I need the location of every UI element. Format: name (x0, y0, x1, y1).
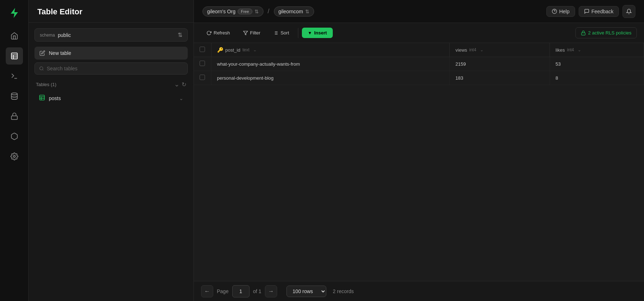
row-checkbox-cell (194, 57, 211, 71)
sort-label: Sort (280, 30, 289, 36)
chevron-up-down-icon: ⇅ (178, 32, 182, 38)
schema-value: public (58, 32, 178, 38)
header-likes[interactable]: likes int4 ⌄ (550, 43, 644, 57)
svg-rect-0 (11, 53, 17, 59)
tables-header-actions: ⌄ ↻ (174, 80, 186, 88)
insert-button[interactable]: ▼ Insert (302, 28, 332, 38)
search-tables-input[interactable] (47, 66, 183, 71)
filter-label: Filter (250, 30, 261, 36)
prev-page-button[interactable]: ← (201, 285, 213, 297)
row-post-id[interactable]: what-your-company-actually-wants-from (211, 57, 449, 71)
col-likes-name: likes (556, 47, 565, 53)
table-name-posts: posts (49, 95, 176, 101)
svg-point-7 (13, 155, 15, 157)
row-checkbox[interactable] (200, 61, 205, 66)
header-views[interactable]: views int4 ⌄ (449, 43, 550, 57)
col-views-chevron: ⌄ (480, 47, 484, 52)
schema-label: schema (40, 33, 55, 38)
sort-icon (273, 30, 278, 36)
feedback-label: Feedback (592, 9, 613, 14)
rls-button[interactable]: 2 active RLS policies (575, 27, 637, 38)
collapse-icon[interactable]: ⌄ (174, 80, 179, 88)
help-button[interactable]: Help (546, 6, 575, 17)
logo (7, 6, 22, 20)
feedback-button[interactable]: Feedback (579, 6, 619, 17)
table-row: what-your-company-actually-wants-from 21… (194, 57, 644, 71)
edit-icon (39, 50, 45, 56)
of-label: of 1 (253, 288, 261, 294)
col-likes-chevron: ⌄ (578, 47, 581, 52)
svg-point-8 (40, 67, 43, 70)
top-bar: gileorn's Org Free ⇅ / gileorncom ⇅ Help (194, 0, 644, 23)
refresh-tables-icon[interactable]: ↻ (182, 81, 186, 88)
filter-button[interactable]: Filter (238, 27, 266, 38)
table-grid-icon (39, 94, 45, 102)
col-post-id-chevron: ⌄ (253, 47, 257, 52)
row-post-id[interactable]: personal-development-blog (211, 71, 449, 85)
nav-sql-editor[interactable] (6, 67, 23, 85)
tables-header: Tables (1) ⌄ ↻ (34, 80, 188, 88)
left-panel-header: Table Editor (29, 0, 193, 23)
nav-storage[interactable] (6, 128, 23, 145)
nav-database[interactable] (6, 88, 23, 105)
insert-chevron-icon: ▼ (308, 30, 312, 36)
help-circle-icon (552, 9, 557, 14)
header-checkbox[interactable] (200, 47, 205, 52)
rls-label: 2 active RLS policies (588, 30, 631, 36)
project-chevron-icon: ⇅ (305, 9, 309, 14)
left-panel-body: schema public ⇅ New table Tables (1) ⌄ ↻ (29, 23, 193, 301)
search-icon (39, 66, 44, 71)
col-views-name: views (456, 47, 467, 53)
header-post-id[interactable]: 🔑 post_id text ⌄ (211, 43, 449, 57)
row-likes[interactable]: 53 (550, 57, 644, 71)
rows-per-page-select[interactable]: 100 rows 500 rows 1000 rows (286, 286, 326, 297)
col-likes-type: int4 (567, 47, 574, 52)
col-post-id-name: post_id (225, 47, 241, 53)
project-selector[interactable]: gileorncom ⇅ (274, 6, 314, 17)
svg-rect-23 (582, 33, 585, 35)
data-table: 🔑 post_id text ⌄ views int4 ⌄ (194, 43, 644, 85)
row-views[interactable]: 2159 (449, 57, 550, 71)
next-page-button[interactable]: → (265, 285, 277, 297)
org-chevron-icon: ⇅ (255, 9, 259, 14)
top-bar-left: gileorn's Org Free ⇅ / gileorncom ⇅ (202, 6, 314, 17)
toolbar-separator (298, 28, 298, 38)
table-header-row: 🔑 post_id text ⌄ views int4 ⌄ (194, 43, 644, 57)
main-content: gileorn's Org Free ⇅ / gileorncom ⇅ Help (194, 0, 644, 301)
search-box[interactable] (34, 62, 188, 75)
project-name: gileorncom (279, 9, 303, 14)
refresh-button[interactable]: Refresh (201, 27, 235, 38)
insert-label: Insert (314, 30, 327, 36)
key-icon: 🔑 (217, 47, 223, 53)
org-selector[interactable]: gileorn's Org Free ⇅ (202, 6, 263, 17)
refresh-icon (206, 30, 211, 36)
nav-settings[interactable] (6, 148, 23, 165)
org-name: gileorn's Org (207, 9, 235, 14)
row-checkbox-cell (194, 71, 211, 85)
col-views-type: int4 (469, 47, 476, 52)
row-likes[interactable]: 8 (550, 71, 644, 85)
row-views[interactable]: 183 (449, 71, 550, 85)
schema-selector[interactable]: schema public ⇅ (34, 28, 188, 42)
notifications-button[interactable] (622, 5, 635, 18)
nav-home[interactable] (6, 27, 23, 44)
page-input[interactable] (232, 285, 249, 297)
help-label: Help (559, 9, 570, 14)
breadcrumb-separator: / (266, 8, 271, 15)
lock-icon (581, 30, 586, 36)
sort-button[interactable]: Sort (268, 27, 294, 38)
svg-point-5 (11, 93, 17, 95)
svg-marker-16 (243, 31, 248, 35)
table-item-posts[interactable]: posts ⌄ (34, 91, 188, 105)
svg-line-9 (42, 70, 43, 70)
new-table-button[interactable]: New table (34, 47, 188, 60)
header-checkbox-cell (194, 43, 211, 57)
table-footer: ← Page of 1 → 100 rows 500 rows 1000 row… (194, 281, 644, 301)
left-panel: Table Editor schema public ⇅ New table T… (29, 0, 194, 301)
table-area: 🔑 post_id text ⌄ views int4 ⌄ (194, 43, 644, 281)
nav-table-editor[interactable] (6, 47, 23, 65)
nav-auth[interactable] (6, 108, 23, 125)
row-checkbox[interactable] (200, 75, 205, 80)
tables-count-label: Tables (1) (36, 82, 56, 87)
svg-rect-6 (11, 116, 17, 119)
